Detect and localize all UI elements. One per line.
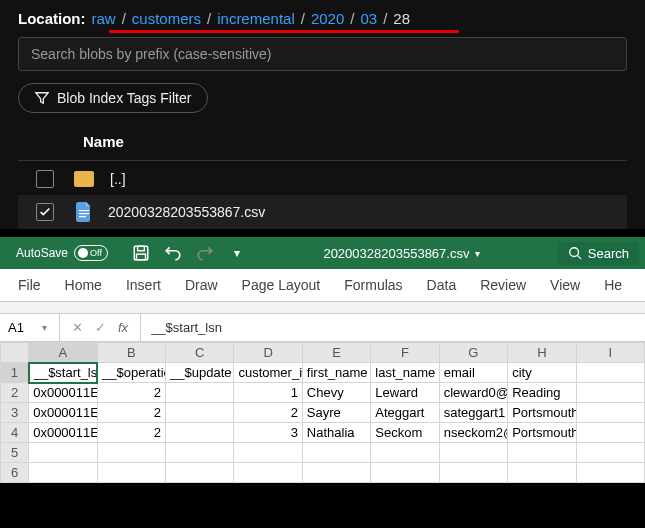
- row-header-4[interactable]: 4: [1, 423, 29, 443]
- cell-G5[interactable]: [439, 443, 507, 463]
- cell-G2[interactable]: cleward0@: [439, 383, 507, 403]
- cell-G1[interactable]: email: [439, 363, 507, 383]
- breadcrumb-incremental[interactable]: incremental: [217, 10, 295, 27]
- cell-F6[interactable]: [371, 463, 439, 483]
- tab-home[interactable]: Home: [65, 277, 102, 293]
- excel-filename[interactable]: 20200328203553867.csv ▾: [246, 246, 558, 261]
- cell-B4[interactable]: 2: [97, 423, 165, 443]
- tab-formulas[interactable]: Formulas: [344, 277, 402, 293]
- cell-C5[interactable]: [166, 443, 234, 463]
- qat-customize-icon[interactable]: ▾: [228, 244, 246, 262]
- excel-search-button[interactable]: Search: [558, 242, 639, 265]
- col-header-A[interactable]: A: [29, 343, 97, 363]
- cell-D6[interactable]: [234, 463, 302, 483]
- cell-A4[interactable]: 0x000011E3: [29, 423, 97, 443]
- blob-index-filter-button[interactable]: Blob Index Tags Filter: [18, 83, 208, 113]
- cell-G3[interactable]: sateggart1: [439, 403, 507, 423]
- cell-I6[interactable]: [576, 463, 644, 483]
- cell-D2[interactable]: 1: [234, 383, 302, 403]
- breadcrumb-customers[interactable]: customers: [132, 10, 201, 27]
- cell-C3[interactable]: [166, 403, 234, 423]
- cell-A6[interactable]: [29, 463, 97, 483]
- redo-icon[interactable]: [196, 244, 214, 262]
- tab-help[interactable]: He: [604, 277, 622, 293]
- list-item-parent[interactable]: [..]: [18, 163, 627, 195]
- cell-I3[interactable]: [576, 403, 644, 423]
- cell-B2[interactable]: 2: [97, 383, 165, 403]
- cell-I1[interactable]: [576, 363, 644, 383]
- cell-E4[interactable]: Nathalia: [302, 423, 370, 443]
- column-header-name[interactable]: Name: [18, 123, 627, 160]
- cell-A2[interactable]: 0x000011E3: [29, 383, 97, 403]
- undo-icon[interactable]: [164, 244, 182, 262]
- spreadsheet-grid[interactable]: ABCDEFGHI1__$start_lsn__$operation__$upd…: [0, 342, 645, 483]
- cell-A5[interactable]: [29, 443, 97, 463]
- cell-D5[interactable]: [234, 443, 302, 463]
- cell-F3[interactable]: Ateggart: [371, 403, 439, 423]
- cell-F2[interactable]: Leward: [371, 383, 439, 403]
- col-header-H[interactable]: H: [508, 343, 576, 363]
- cell-D1[interactable]: customer_id: [234, 363, 302, 383]
- cell-B1[interactable]: __$operation: [97, 363, 165, 383]
- cell-E5[interactable]: [302, 443, 370, 463]
- formula-input[interactable]: __$start_lsn: [141, 314, 645, 341]
- cell-B6[interactable]: [97, 463, 165, 483]
- cell-A1[interactable]: __$start_lsn: [29, 363, 97, 383]
- cell-H2[interactable]: Reading: [508, 383, 576, 403]
- save-icon[interactable]: [132, 244, 150, 262]
- cell-G6[interactable]: [439, 463, 507, 483]
- cell-B3[interactable]: 2: [97, 403, 165, 423]
- cell-E3[interactable]: Sayre: [302, 403, 370, 423]
- cell-H6[interactable]: [508, 463, 576, 483]
- cell-H1[interactable]: city: [508, 363, 576, 383]
- checkbox[interactable]: [36, 203, 54, 221]
- cell-C2[interactable]: [166, 383, 234, 403]
- tab-data[interactable]: Data: [427, 277, 457, 293]
- tab-insert[interactable]: Insert: [126, 277, 161, 293]
- cell-D4[interactable]: 3: [234, 423, 302, 443]
- cell-H4[interactable]: Portsmouth: [508, 423, 576, 443]
- cell-B5[interactable]: [97, 443, 165, 463]
- tab-file[interactable]: File: [18, 277, 41, 293]
- row-header-3[interactable]: 3: [1, 403, 29, 423]
- col-header-D[interactable]: D: [234, 343, 302, 363]
- col-header-F[interactable]: F: [371, 343, 439, 363]
- row-header-5[interactable]: 5: [1, 443, 29, 463]
- cell-F5[interactable]: [371, 443, 439, 463]
- tab-review[interactable]: Review: [480, 277, 526, 293]
- cell-A3[interactable]: 0x000011E3: [29, 403, 97, 423]
- checkbox[interactable]: [36, 170, 54, 188]
- autosave-toggle[interactable]: AutoSave Off: [6, 245, 118, 261]
- col-header-B[interactable]: B: [97, 343, 165, 363]
- breadcrumb-raw[interactable]: raw: [92, 10, 116, 27]
- name-box[interactable]: A1 ▾: [0, 314, 60, 341]
- select-all-corner[interactable]: [1, 343, 29, 363]
- cell-H5[interactable]: [508, 443, 576, 463]
- row-header-1[interactable]: 1: [1, 363, 29, 383]
- cell-C1[interactable]: __$update: [166, 363, 234, 383]
- list-item-file[interactable]: 20200328203553867.csv: [18, 195, 627, 229]
- cell-I5[interactable]: [576, 443, 644, 463]
- cell-D3[interactable]: 2: [234, 403, 302, 423]
- cell-C6[interactable]: [166, 463, 234, 483]
- cell-I4[interactable]: [576, 423, 644, 443]
- enter-icon[interactable]: ✓: [95, 320, 106, 335]
- breadcrumb-2020[interactable]: 2020: [311, 10, 344, 27]
- row-header-6[interactable]: 6: [1, 463, 29, 483]
- cell-C4[interactable]: [166, 423, 234, 443]
- search-input[interactable]: [18, 37, 627, 71]
- tab-draw[interactable]: Draw: [185, 277, 218, 293]
- col-header-G[interactable]: G: [439, 343, 507, 363]
- cell-F4[interactable]: Seckom: [371, 423, 439, 443]
- row-header-2[interactable]: 2: [1, 383, 29, 403]
- fx-icon[interactable]: fx: [118, 320, 128, 335]
- tab-view[interactable]: View: [550, 277, 580, 293]
- cell-F1[interactable]: last_name: [371, 363, 439, 383]
- tab-page-layout[interactable]: Page Layout: [242, 277, 321, 293]
- col-header-C[interactable]: C: [166, 343, 234, 363]
- cell-H3[interactable]: Portsmouth: [508, 403, 576, 423]
- breadcrumb-03[interactable]: 03: [360, 10, 377, 27]
- cell-G4[interactable]: nseckom2@: [439, 423, 507, 443]
- cell-E6[interactable]: [302, 463, 370, 483]
- cell-E1[interactable]: first_name: [302, 363, 370, 383]
